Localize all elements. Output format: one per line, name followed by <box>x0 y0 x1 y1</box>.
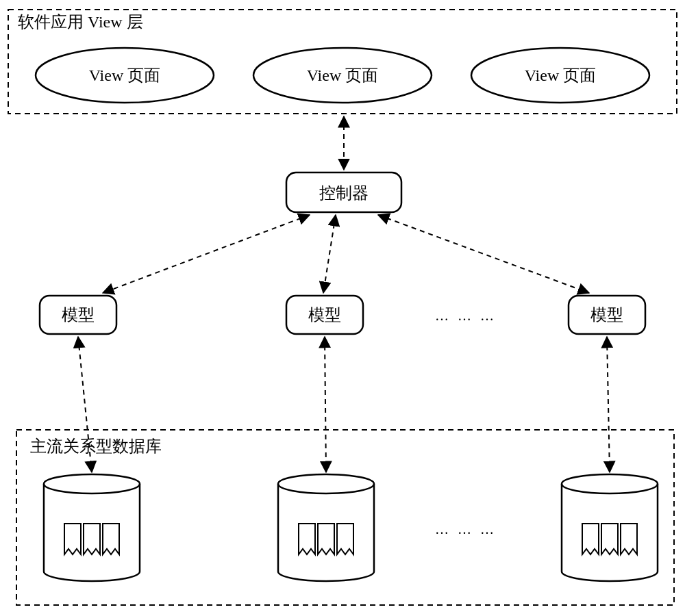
database-2 <box>278 474 374 581</box>
database-1 <box>44 474 140 581</box>
model-3-label: 模型 <box>590 306 623 324</box>
view-layer-group: 软件应用 View 层 View 页面 View 页面 View 页面 <box>8 10 677 114</box>
view-page-3-label: View 页面 <box>525 66 597 84</box>
controller-box: 控制器 <box>286 172 401 212</box>
arrow-ctrl-model2 <box>323 215 336 293</box>
view-page-3: View 页面 <box>471 48 649 103</box>
arrow-model2-db2 <box>325 337 326 472</box>
database-3 <box>562 474 658 581</box>
view-layer-title: 软件应用 View 层 <box>18 13 143 31</box>
models-ellipsis: … … … <box>435 308 497 323</box>
model-2-label: 模型 <box>308 306 341 324</box>
svg-point-7 <box>44 474 140 493</box>
view-page-1-label: View 页面 <box>89 66 161 84</box>
model-1: 模型 <box>40 296 116 334</box>
arrow-model3-db3 <box>607 337 610 472</box>
view-page-2: View 页面 <box>253 48 432 103</box>
db-ellipsis: … … … <box>435 522 497 537</box>
svg-point-9 <box>562 474 658 493</box>
model-2: 模型 <box>286 296 363 334</box>
view-page-2-label: View 页面 <box>307 66 379 84</box>
svg-point-8 <box>278 474 374 493</box>
db-layer-title: 主流关系型数据库 <box>30 437 162 455</box>
model-3: 模型 <box>569 296 645 334</box>
models-row: 模型 模型 … … … 模型 <box>40 296 645 334</box>
controller-label: 控制器 <box>319 184 369 202</box>
architecture-diagram: 软件应用 View 层 View 页面 View 页面 View 页面 控制器 … <box>0 0 685 616</box>
arrow-ctrl-model1 <box>103 215 310 293</box>
model-1-label: 模型 <box>62 306 95 324</box>
db-layer-group: 主流关系型数据库 … … … <box>16 430 674 605</box>
view-page-1: View 页面 <box>36 48 214 103</box>
arrow-ctrl-model3 <box>378 215 589 293</box>
